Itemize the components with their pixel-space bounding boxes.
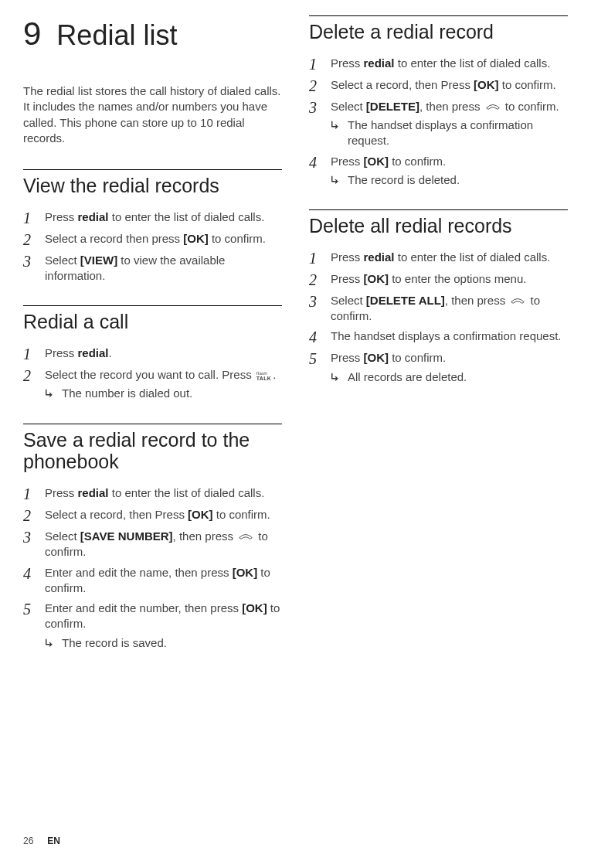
step-number: 1 bbox=[23, 345, 34, 363]
section-delete-all: Delete all redial records 1 Press redial… bbox=[309, 209, 568, 385]
step-number: 3 bbox=[309, 293, 320, 310]
result-arrow-icon bbox=[45, 638, 56, 648]
step-text: Press [OK] to confirm. The record is del… bbox=[331, 154, 568, 189]
step-list: 1 Press redial to enter the list of dial… bbox=[309, 56, 568, 188]
list-item: 2 Select a record then press [OK] to con… bbox=[23, 231, 282, 248]
step-text: The handset displays a confirmation requ… bbox=[331, 328, 568, 344]
step-number: 4 bbox=[309, 328, 320, 345]
step-text: Press redial to enter the list of dialed… bbox=[331, 56, 568, 71]
section-title: View the redial records bbox=[23, 175, 282, 197]
step-text: Select [SAVE NUMBER], then press to conf… bbox=[45, 529, 282, 560]
section-redial-call: Redial a call 1 Press redial. 2 Select t… bbox=[23, 305, 282, 401]
step-text: Press [OK] to enter the options menu. bbox=[331, 271, 568, 287]
step-number: 2 bbox=[309, 271, 320, 288]
step-text: Press redial to enter the list of dialed… bbox=[45, 485, 282, 501]
result-arrow-icon bbox=[331, 175, 341, 186]
chapter-number: 9 bbox=[23, 15, 41, 53]
step-text: Select the record you want to call. Pres… bbox=[45, 367, 282, 402]
chapter-title: Redial list bbox=[56, 19, 177, 52]
left-column: 9 Redial list The redial list stores the… bbox=[23, 15, 282, 672]
list-item: 5 Enter and edit the number, then press … bbox=[23, 601, 282, 651]
list-item: 1 Press redial to enter the list of dial… bbox=[309, 56, 568, 73]
section-view-records: View the redial records 1 Press redial t… bbox=[23, 169, 282, 284]
divider bbox=[309, 209, 568, 210]
list-item: 2 Select the record you want to call. Pr… bbox=[23, 367, 282, 402]
result-text: The record is saved. bbox=[45, 635, 282, 651]
list-item: 1 Press redial to enter the list of dial… bbox=[23, 485, 282, 502]
result-arrow-icon bbox=[331, 120, 341, 131]
divider bbox=[23, 424, 282, 424]
step-text: Select a record, then Press [OK] to conf… bbox=[331, 77, 568, 93]
step-number: 3 bbox=[309, 99, 320, 116]
step-number: 4 bbox=[23, 565, 34, 582]
list-item: 1 Press redial to enter the list of dial… bbox=[23, 209, 282, 226]
list-item: 3 Select [SAVE NUMBER], then press to co… bbox=[23, 529, 282, 560]
result-arrow-icon bbox=[45, 388, 56, 399]
section-title: Redial a call bbox=[23, 311, 282, 333]
step-list: 1 Press redial to enter the list of dial… bbox=[23, 485, 282, 651]
talk-button-icon: flashTALK bbox=[256, 371, 271, 381]
handset-icon bbox=[238, 533, 253, 540]
handset-icon bbox=[485, 103, 501, 111]
section-title: Delete all redial records bbox=[309, 215, 568, 237]
list-item: 3 Select [VIEW] to view the available in… bbox=[23, 253, 282, 284]
step-text: Select [VIEW] to view the available info… bbox=[45, 253, 282, 284]
result-text: All records are deleted. bbox=[331, 369, 568, 385]
step-list: 1 Press redial to enter the list of dial… bbox=[309, 250, 568, 385]
list-item: 1 Press redial. bbox=[23, 345, 282, 363]
chapter-heading: 9 Redial list bbox=[23, 15, 282, 53]
handset-icon bbox=[510, 297, 525, 305]
step-number: 1 bbox=[309, 56, 320, 73]
step-number: 3 bbox=[23, 253, 34, 270]
step-number: 2 bbox=[23, 367, 34, 384]
list-item: 4 Press [OK] to confirm. The record is d… bbox=[309, 154, 568, 189]
list-item: 2 Select a record, then Press [OK] to co… bbox=[23, 507, 282, 524]
step-number: 1 bbox=[309, 250, 320, 267]
divider bbox=[309, 15, 568, 16]
step-number: 2 bbox=[309, 77, 320, 94]
step-text: Select [DELETE ALL], then press to confi… bbox=[331, 293, 568, 325]
section-save-record: Save a redial record to the phonebook 1 … bbox=[23, 424, 282, 651]
step-text: Enter and edit the name, then press [OK]… bbox=[45, 565, 282, 597]
step-number: 5 bbox=[23, 601, 34, 618]
list-item: 3 Select [DELETE ALL], then press to con… bbox=[309, 293, 568, 325]
step-number: 4 bbox=[309, 154, 320, 171]
list-item: 1 Press redial to enter the list of dial… bbox=[309, 250, 568, 267]
result-arrow-icon bbox=[331, 372, 341, 383]
divider bbox=[23, 305, 282, 306]
list-item: 4 Enter and edit the name, then press [O… bbox=[23, 565, 282, 597]
step-number: 2 bbox=[23, 507, 34, 524]
section-title: Save a redial record to the phonebook bbox=[23, 429, 282, 474]
result-text: The handset displays a confirmation requ… bbox=[331, 117, 568, 149]
step-text: Select a record then press [OK] to confi… bbox=[45, 231, 282, 247]
intro-text: The redial list stores the call history … bbox=[23, 83, 282, 146]
step-list: 1 Press redial. 2 Select the record you … bbox=[23, 345, 282, 402]
right-column: Delete a redial record 1 Press redial to… bbox=[309, 15, 568, 672]
step-number: 1 bbox=[23, 209, 34, 226]
step-text: Press redial to enter the list of dialed… bbox=[45, 209, 282, 225]
list-item: 5 Press [OK] to confirm. All records are… bbox=[309, 350, 568, 385]
result-text: The number is dialed out. bbox=[45, 386, 282, 401]
list-item: 3 Select [DELETE], then press to confirm… bbox=[309, 99, 568, 149]
step-number: 3 bbox=[23, 529, 34, 546]
step-number: 1 bbox=[23, 485, 34, 502]
page-number: 26 bbox=[23, 836, 33, 846]
step-text: Enter and edit the number, then press [O… bbox=[45, 601, 282, 651]
step-text: Select [DELETE], then press to confirm. … bbox=[331, 99, 568, 149]
step-text: Press redial to enter the list of dialed… bbox=[331, 250, 568, 265]
list-item: 2 Press [OK] to enter the options menu. bbox=[309, 271, 568, 288]
step-number: 5 bbox=[309, 350, 320, 367]
language-code: EN bbox=[47, 836, 60, 846]
section-delete-record: Delete a redial record 1 Press redial to… bbox=[309, 15, 568, 188]
step-text: Select a record, then Press [OK] to conf… bbox=[45, 507, 282, 523]
list-item: 2 Select a record, then Press [OK] to co… bbox=[309, 77, 568, 94]
divider bbox=[23, 169, 282, 170]
result-text: The record is deleted. bbox=[331, 172, 568, 188]
step-text: Press [OK] to confirm. All records are d… bbox=[331, 350, 568, 385]
step-text: Press redial. bbox=[45, 345, 282, 361]
page-footer: 26 EN bbox=[23, 836, 60, 846]
step-list: 1 Press redial to enter the list of dial… bbox=[23, 209, 282, 284]
step-number: 2 bbox=[23, 231, 34, 248]
section-title: Delete a redial record bbox=[309, 21, 568, 43]
list-item: 4 The handset displays a confirmation re… bbox=[309, 328, 568, 345]
